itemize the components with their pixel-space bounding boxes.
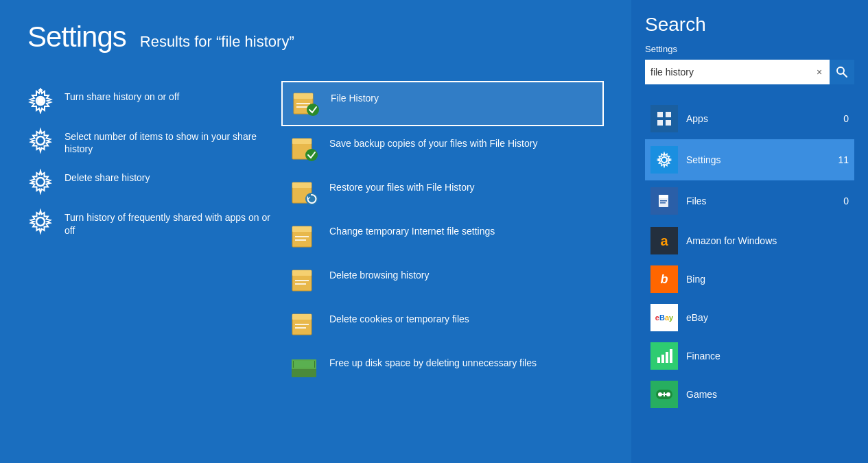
right-item-file-history[interactable]: File History: [281, 81, 604, 126]
files-count: 0: [843, 195, 849, 206]
ebay-label: eBay: [686, 312, 708, 323]
delete-cookies-icon: [290, 310, 318, 339]
delete-browsing-icon: [290, 266, 318, 295]
restore-files-icon: [290, 178, 318, 207]
svg-rect-26: [295, 324, 309, 325]
svg-rect-33: [657, 112, 663, 117]
amazon-label: Amazon for Windows: [686, 235, 777, 246]
svg-rect-50: [661, 394, 667, 395]
svg-rect-34: [666, 112, 671, 117]
settings-label: Settings: [686, 154, 830, 165]
svg-point-9: [307, 104, 319, 116]
files-label: Files: [686, 195, 835, 206]
files-icon: [650, 187, 678, 215]
apps-label: Apps: [686, 113, 835, 124]
svg-rect-23: [295, 283, 306, 285]
app-item-games[interactable]: Games: [645, 375, 854, 414]
category-settings[interactable]: Settings 11: [645, 139, 854, 180]
gear-icon: [27, 88, 54, 114]
right-column: File History Save backup copies of your …: [281, 81, 604, 391]
left-panel: Settings Results for “file history” Turn…: [0, 0, 631, 463]
right-item-restore-files[interactable]: Restore your files with File History: [281, 171, 604, 214]
svg-rect-22: [295, 280, 309, 281]
svg-rect-21: [292, 270, 312, 276]
svg-point-37: [661, 157, 667, 163]
left-column: Turn share history on or off Select numb…: [27, 81, 281, 391]
left-item-delete-share-history[interactable]: Delete share history: [27, 162, 281, 202]
right-item-label-free-disk: Free up disk space by deleting unnecessa…: [329, 354, 537, 369]
content-area: Turn share history on or off Select numb…: [27, 81, 604, 391]
svg-rect-42: [657, 357, 660, 363]
svg-rect-19: [295, 239, 306, 241]
search-box: ×: [645, 60, 854, 84]
games-icon: [650, 381, 678, 408]
right-item-save-backup[interactable]: Save backup copies of your files with Fi…: [281, 128, 604, 170]
svg-rect-17: [292, 226, 312, 232]
svg-rect-18: [295, 236, 309, 237]
app-item-bing[interactable]: b Bing: [645, 260, 854, 298]
svg-rect-6: [294, 93, 313, 99]
search-panel-title: Search: [645, 14, 854, 36]
svg-point-4: [36, 217, 45, 226]
search-clear-button[interactable]: ×: [809, 60, 830, 84]
bing-label: Bing: [686, 274, 705, 285]
app-item-ebay[interactable]: eBay eBay: [645, 298, 854, 337]
svg-rect-25: [292, 314, 312, 320]
left-item-turn-history-frequently[interactable]: Turn history of frequently shared with a…: [27, 202, 281, 243]
page-header: Settings Results for “file history”: [27, 21, 604, 54]
svg-line-32: [843, 73, 847, 77]
right-item-free-disk[interactable]: Free up disk space by deleting unnecessa…: [281, 347, 604, 390]
svg-point-12: [305, 149, 318, 161]
category-files[interactable]: Files 0: [645, 180, 854, 222]
right-item-label-change-temp: Change temporary Internet file settings: [329, 222, 495, 237]
svg-rect-40: [660, 200, 667, 202]
svg-rect-41: [660, 202, 666, 204]
finance-label: Finance: [686, 351, 720, 361]
save-backup-icon: [290, 134, 318, 163]
settings-count: 11: [838, 154, 849, 165]
games-label: Games: [686, 389, 717, 400]
ebay-icon: eBay: [650, 304, 678, 331]
left-item-label-turn-share-history: Turn share history on or off: [64, 88, 179, 103]
gear-icon-4: [27, 209, 54, 235]
svg-rect-11: [292, 139, 312, 144]
search-panel: Search Settings × Apps 0: [631, 0, 868, 463]
gear-icon-3: [27, 169, 54, 195]
right-item-change-temp[interactable]: Change temporary Internet file settings: [281, 215, 604, 258]
svg-rect-27: [295, 327, 306, 329]
file-history-icon: [291, 89, 320, 118]
svg-rect-39: [659, 195, 668, 198]
svg-rect-45: [670, 349, 672, 363]
clear-icon: ×: [817, 67, 822, 78]
search-input[interactable]: [645, 60, 809, 84]
svg-point-2: [36, 136, 45, 145]
category-apps[interactable]: Apps 0: [645, 98, 854, 139]
left-item-label-turn-history-freq: Turn history of frequently shared with a…: [64, 209, 281, 236]
right-item-delete-cookies[interactable]: Delete cookies or temporary files: [281, 303, 604, 346]
svg-rect-8: [296, 106, 307, 108]
svg-rect-7: [296, 103, 310, 104]
app-item-finance[interactable]: Finance: [645, 337, 854, 375]
apps-icon: [650, 105, 678, 132]
right-item-label-delete-cookies: Delete cookies or temporary files: [329, 310, 469, 325]
search-go-button[interactable]: [830, 60, 854, 84]
left-item-label-select-number: Select number of items to show in your s…: [64, 128, 281, 155]
app-item-amazon[interactable]: a Amazon for Windows: [645, 222, 854, 260]
svg-rect-43: [661, 355, 664, 363]
svg-rect-36: [666, 120, 671, 126]
svg-rect-44: [666, 352, 668, 363]
gear-icon-2: [27, 128, 54, 154]
page-title: Settings: [27, 21, 126, 54]
bing-icon: b: [650, 265, 678, 293]
svg-rect-14: [292, 182, 312, 188]
results-subtitle: Results for “file history”: [140, 33, 294, 51]
free-disk-icon: [290, 354, 318, 383]
apps-count: 0: [843, 113, 849, 124]
right-item-delete-browsing[interactable]: Delete browsing history: [281, 259, 604, 302]
left-item-select-number[interactable]: Select number of items to show in your s…: [27, 121, 281, 162]
amazon-icon: a: [650, 227, 678, 254]
left-item-turn-share-history[interactable]: Turn share history on or off: [27, 81, 281, 121]
settings-icon: [650, 146, 678, 174]
right-item-label-restore-files: Restore your files with File History: [329, 178, 475, 193]
right-item-label-file-history: File History: [331, 89, 379, 104]
